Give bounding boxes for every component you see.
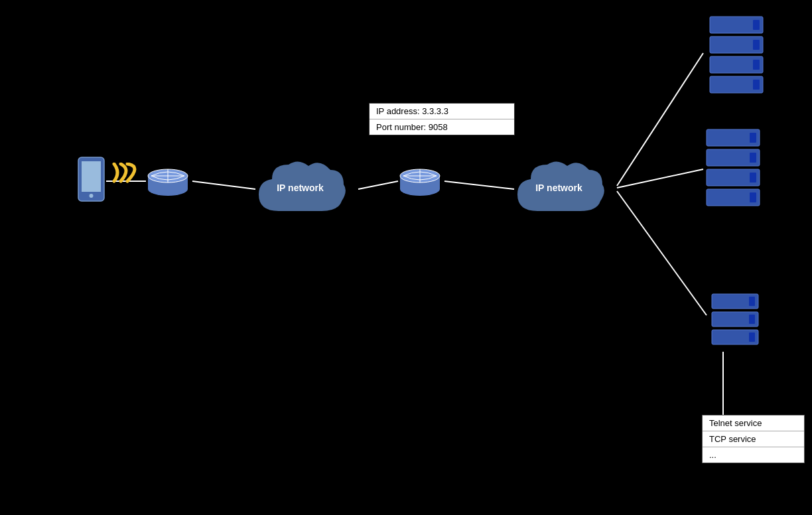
- router-2: [397, 156, 443, 202]
- svg-rect-46: [750, 192, 756, 202]
- more-services-label: ...: [703, 447, 804, 463]
- server-2: [700, 123, 773, 219]
- svg-line-6: [617, 191, 707, 315]
- svg-rect-49: [749, 297, 755, 306]
- tcp-service-label: TCP service: [703, 431, 804, 447]
- cloud-2-ip-network: IP network: [504, 151, 614, 224]
- svg-rect-31: [753, 60, 760, 70]
- router-1: [145, 156, 191, 202]
- svg-line-2: [358, 181, 398, 189]
- wifi-signal-icon: [107, 163, 144, 199]
- svg-rect-52: [749, 315, 755, 324]
- svg-rect-37: [750, 133, 756, 143]
- port-number-label: Port number: 9058: [370, 119, 514, 135]
- mobile-device: [76, 156, 106, 202]
- svg-line-4: [617, 53, 703, 186]
- cloud-1-label: IP network: [277, 183, 324, 193]
- services-box: Telnet service TCP service ...: [702, 415, 805, 463]
- telnet-service-label: Telnet service: [703, 415, 804, 431]
- svg-rect-43: [750, 173, 756, 183]
- svg-rect-40: [750, 153, 756, 163]
- svg-line-5: [617, 169, 703, 188]
- svg-rect-55: [749, 332, 755, 342]
- svg-rect-28: [753, 40, 760, 50]
- server-1: [703, 10, 776, 106]
- ip-info-box: IP address: 3.3.3.3 Port number: 9058: [369, 103, 515, 135]
- ip-address-label: IP address: 3.3.3.3: [370, 104, 514, 119]
- server-3: [707, 289, 766, 355]
- network-diagram: IP network IP address: 3.3.3.3 Port numb…: [0, 0, 812, 515]
- svg-rect-25: [753, 20, 760, 30]
- svg-rect-9: [82, 161, 101, 192]
- connection-lines: [0, 0, 812, 515]
- cloud-1-ip-network: IP network: [245, 151, 355, 224]
- cloud-2-label: IP network: [535, 183, 582, 193]
- svg-rect-34: [753, 80, 760, 90]
- svg-point-10: [90, 194, 94, 198]
